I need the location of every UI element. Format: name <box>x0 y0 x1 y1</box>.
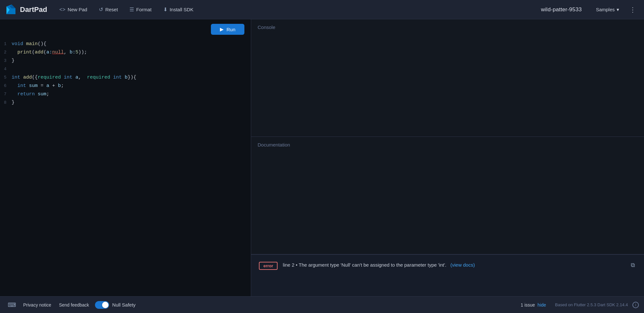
documentation-label: Documentation <box>258 142 290 147</box>
view-docs-link[interactable]: (view docs) <box>450 262 475 268</box>
toggle-knob <box>102 302 109 308</box>
info-icon-button[interactable]: i <box>632 302 639 308</box>
code-line: 7 return sum; <box>0 90 251 99</box>
line-number: 3 <box>0 57 12 64</box>
reset-button[interactable]: ↺ Reset <box>94 5 122 14</box>
more-icon: ⋮ <box>630 6 636 13</box>
footer-right: 1 issue hide Based on Flutter 2.5.3 Dart… <box>521 302 639 308</box>
samples-button[interactable]: Samples ▾ <box>592 5 623 14</box>
install-sdk-icon: ⬇ <box>163 6 167 13</box>
code-content: } <box>12 57 251 65</box>
copy-icon: ⧉ <box>631 262 635 268</box>
install-sdk-button[interactable]: ⬇ Install SDK <box>159 5 198 14</box>
line-number: 5 <box>0 74 12 81</box>
new-pad-button[interactable]: <> New Pad <box>55 5 92 14</box>
format-label: Format <box>136 7 152 12</box>
code-content <box>12 65 251 73</box>
reset-icon: ↺ <box>99 6 103 13</box>
null-safety-toggle-area: Null Safety <box>95 301 136 309</box>
info-icon: i <box>635 303 636 307</box>
code-content: int sum = a + b; <box>12 82 251 90</box>
error-row: error line 2 • The argument type 'Null' … <box>259 261 636 270</box>
samples-label: Samples <box>596 7 615 12</box>
issue-count: 1 issue <box>521 302 535 308</box>
dartpad-logo-icon <box>5 4 17 15</box>
error-message-text: line 2 • The argument type 'Null' can't … <box>283 262 446 268</box>
console-section: Console <box>251 19 644 137</box>
run-play-icon: ▶ <box>220 26 224 32</box>
code-line: 3 } <box>0 57 251 65</box>
code-content: print(add(a:null, b:5)); <box>12 48 251 57</box>
logo-area: DartPad <box>5 4 47 15</box>
code-content: int add({required int a, required int b}… <box>12 73 251 82</box>
install-sdk-label: Install SDK <box>170 7 194 12</box>
hide-issues-button[interactable]: hide <box>537 302 546 308</box>
code-content: void main(){ <box>12 40 251 48</box>
right-panel: Console Documentation error line 2 • The… <box>251 19 644 296</box>
new-pad-icon: <> <box>59 7 65 13</box>
samples-chevron-icon: ▾ <box>617 7 619 13</box>
run-label: Run <box>226 27 235 32</box>
code-panel: ▶ Run 1 void main(){ 2 print(add(a:null,… <box>0 19 251 296</box>
more-button[interactable]: ⋮ <box>627 4 639 15</box>
code-content: return sum; <box>12 90 251 99</box>
keyboard-icon: ⌨ <box>8 302 16 308</box>
pad-name: wild-patter-9533 <box>541 6 582 13</box>
error-panel: error line 2 • The argument type 'Null' … <box>251 254 644 296</box>
line-number: 6 <box>0 82 12 90</box>
error-message: line 2 • The argument type 'Null' can't … <box>283 261 624 269</box>
send-feedback-button[interactable]: Send feedback <box>56 301 92 309</box>
keyboard-button[interactable]: ⌨ <box>5 300 19 310</box>
format-icon: ☰ <box>129 6 134 13</box>
format-button[interactable]: ☰ Format <box>125 5 156 14</box>
footer: ⌨ Privacy notice Send feedback Null Safe… <box>0 296 644 313</box>
code-line: 1 void main(){ <box>0 40 251 48</box>
privacy-notice-button[interactable]: Privacy notice <box>20 301 54 309</box>
line-number: 2 <box>0 49 12 56</box>
line-number: 8 <box>0 99 12 106</box>
line-number: 7 <box>0 91 12 98</box>
code-line: 8 } <box>0 99 251 107</box>
code-line: 5 int add({required int a, required int … <box>0 73 251 82</box>
code-line: 6 int sum = a + b; <box>0 82 251 90</box>
reset-label: Reset <box>105 7 118 12</box>
new-pad-label: New Pad <box>68 7 87 12</box>
code-editor[interactable]: 1 void main(){ 2 print(add(a:null, b:5))… <box>0 35 251 296</box>
line-number: 1 <box>0 41 12 48</box>
main-content: ▶ Run 1 void main(){ 2 print(add(a:null,… <box>0 19 644 296</box>
copy-error-button[interactable]: ⧉ <box>630 261 636 269</box>
console-label: Console <box>258 24 275 30</box>
documentation-section: Documentation <box>251 137 644 254</box>
code-line: 2 print(add(a:null, b:5)); <box>0 48 251 57</box>
sdk-info: Based on Flutter 2.5.3 Dart SDK 2.14.4 <box>555 302 628 307</box>
code-content: } <box>12 99 251 107</box>
logo-text: DartPad <box>20 5 47 14</box>
run-button[interactable]: ▶ Run <box>211 24 244 35</box>
line-number: 4 <box>0 66 12 73</box>
error-badge: error <box>259 262 278 270</box>
header: DartPad <> New Pad ↺ Reset ☰ Format ⬇ In… <box>0 0 644 19</box>
null-safety-toggle[interactable] <box>95 301 109 309</box>
code-line: 4 <box>0 65 251 73</box>
null-safety-label: Null Safety <box>112 302 136 308</box>
